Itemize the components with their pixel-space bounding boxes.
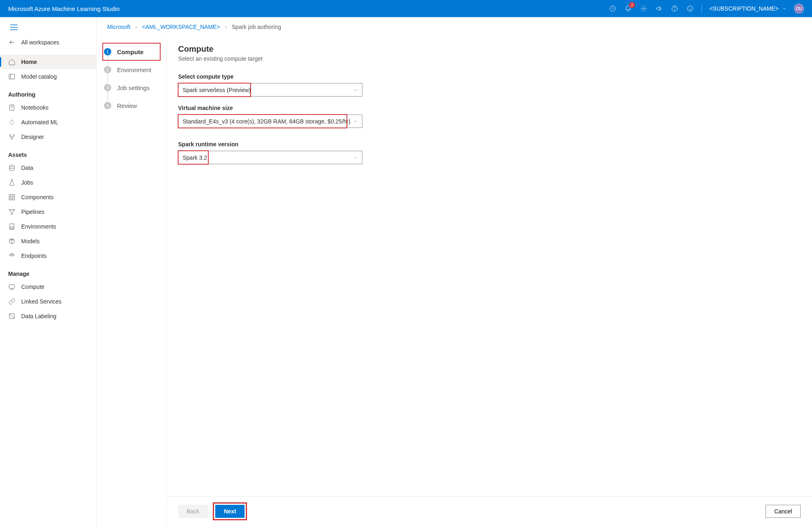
sidebar-section-manage: Manage — [0, 263, 96, 280]
sidebar-item-designer[interactable]: Designer — [0, 130, 96, 144]
sidebar-item-data-labeling[interactable]: Data Labeling — [0, 309, 96, 324]
app-body: All workspaces Home Model catalog Author… — [0, 17, 812, 526]
svg-point-3 — [675, 10, 675, 10]
step-label: Review — [117, 102, 137, 109]
components-icon — [8, 194, 15, 201]
sidebar-item-label: Compute — [21, 284, 44, 290]
step-compute[interactable]: 1 Compute — [104, 46, 159, 57]
sidebar-item-label: Home — [21, 59, 37, 65]
chevron-down-icon — [353, 119, 358, 124]
label-vm-size: Virtual machine size — [178, 105, 801, 111]
bell-icon[interactable]: 2 — [624, 4, 632, 13]
dropdown-value: Standard_E4s_v3 (4 core(s), 32GB RAM, 64… — [183, 118, 351, 125]
step-compute-highlight: 1 Compute — [102, 43, 161, 61]
step-job-settings[interactable]: 3 Job settings — [104, 82, 159, 93]
sidebar-item-label: Designer — [21, 134, 44, 140]
dropdown-value: Spark serverless (Preview) — [183, 87, 251, 93]
home-icon — [8, 58, 15, 66]
notification-badge: 2 — [629, 2, 635, 8]
step-number: 2 — [104, 66, 111, 73]
sidebar-item-compute[interactable]: Compute — [0, 280, 96, 294]
svg-rect-15 — [9, 198, 11, 200]
step-environment[interactable]: 2 Environment — [104, 64, 159, 75]
sidebar-item-environments[interactable]: Environments — [0, 219, 96, 234]
step-number: 3 — [104, 84, 111, 91]
automl-icon — [8, 119, 15, 126]
svg-rect-7 — [9, 74, 15, 79]
breadcrumb-root[interactable]: Microsoft — [107, 24, 130, 30]
svg-point-4 — [688, 6, 693, 11]
step-number: 4 — [104, 102, 111, 109]
divider — [702, 4, 702, 13]
sidebar-item-components[interactable]: Components — [0, 190, 96, 205]
pipeline-icon — [8, 208, 15, 216]
back-button[interactable]: Back — [178, 505, 208, 518]
step-label: Environment — [117, 66, 151, 73]
svg-point-18 — [13, 209, 15, 210]
sidebar-item-label: Data — [21, 165, 33, 171]
back-arrow-icon — [8, 39, 15, 46]
svg-rect-16 — [13, 198, 15, 200]
sidebar-item-endpoints[interactable]: Endpoints — [0, 249, 96, 263]
all-workspaces-link[interactable]: All workspaces — [0, 35, 96, 50]
sidebar-item-label: All workspaces — [21, 39, 59, 46]
content-row: 1 Compute 2 Environment 3 Job sett — [97, 37, 812, 526]
dropdown-compute-type[interactable]: Spark serverless (Preview) — [178, 83, 362, 97]
sidebar-item-jobs[interactable]: Jobs — [0, 175, 96, 190]
svg-point-5 — [689, 8, 690, 8]
chevron-down-icon — [353, 88, 358, 92]
sidebar-item-linked-services[interactable]: Linked Services — [0, 294, 96, 309]
sidebar-item-home[interactable]: Home — [0, 55, 96, 69]
step-wrapper: 3 Job settings — [102, 79, 161, 97]
smiley-icon[interactable] — [686, 4, 694, 13]
step-wrapper: 4 Review — [102, 97, 161, 114]
breadcrumb: Microsoft › <AML_WORKSPACE_NAME> › Spark… — [97, 17, 812, 37]
help-icon[interactable] — [671, 4, 679, 13]
sidebar-item-models[interactable]: Models — [0, 234, 96, 249]
breadcrumb-current: Spark job authoring — [232, 24, 281, 30]
sidebar-item-label: Jobs — [21, 179, 33, 186]
environment-icon — [8, 223, 15, 230]
hamburger-icon[interactable] — [0, 21, 96, 35]
chevron-right-icon: › — [135, 24, 137, 30]
step-review[interactable]: 4 Review — [104, 100, 159, 111]
dropdown-vm-size[interactable]: Standard_E4s_v3 (4 core(s), 32GB RAM, 64… — [178, 114, 362, 128]
svg-point-19 — [11, 213, 13, 215]
sidebar-item-data[interactable]: Data — [0, 161, 96, 175]
svg-rect-8 — [10, 105, 14, 110]
label-compute-type: Select compute type — [178, 73, 801, 80]
cancel-button[interactable]: Cancel — [766, 505, 801, 518]
svg-point-22 — [11, 255, 12, 256]
sidebar-item-label: Data Labeling — [21, 313, 56, 319]
sidebar-item-label: Components — [21, 194, 53, 200]
top-header: Microsoft Azure Machine Learning Studio … — [0, 0, 812, 17]
avatar[interactable]: CU — [794, 4, 804, 13]
labeling-icon — [8, 313, 15, 320]
designer-icon — [8, 133, 15, 141]
catalog-icon — [8, 73, 15, 80]
breadcrumb-workspace[interactable]: <AML_WORKSPACE_NAME> — [142, 24, 220, 30]
sidebar-item-notebooks[interactable]: Notebooks — [0, 100, 96, 115]
sidebar-item-automl[interactable]: Automated ML — [0, 115, 96, 130]
sidebar-item-pipelines[interactable]: Pipelines — [0, 205, 96, 219]
svg-point-11 — [11, 138, 13, 139]
sidebar-item-label: Pipelines — [21, 209, 44, 215]
subscription-dropdown[interactable]: <SUBSCRIPTION_NAME> — [709, 5, 787, 12]
clock-icon[interactable] — [609, 4, 617, 13]
link-icon — [8, 298, 15, 305]
megaphone-icon[interactable] — [655, 4, 663, 13]
dropdown-runtime[interactable]: Spark 3.2 — [178, 151, 362, 164]
step-wrapper: 2 Environment — [102, 61, 161, 79]
sidebar-item-model-catalog[interactable]: Model catalog — [0, 69, 96, 84]
next-button[interactable]: Next — [215, 505, 245, 518]
label-runtime: Spark runtime version — [178, 141, 801, 147]
flask-icon — [8, 179, 15, 186]
gear-icon[interactable] — [640, 4, 648, 13]
wizard-footer: Back Next Cancel — [167, 496, 812, 526]
sidebar-item-label: Linked Services — [21, 298, 62, 305]
svg-rect-14 — [13, 194, 15, 196]
svg-point-17 — [9, 209, 10, 210]
svg-rect-13 — [9, 194, 11, 196]
models-icon — [8, 238, 15, 245]
sidebar-section-assets: Assets — [0, 144, 96, 161]
